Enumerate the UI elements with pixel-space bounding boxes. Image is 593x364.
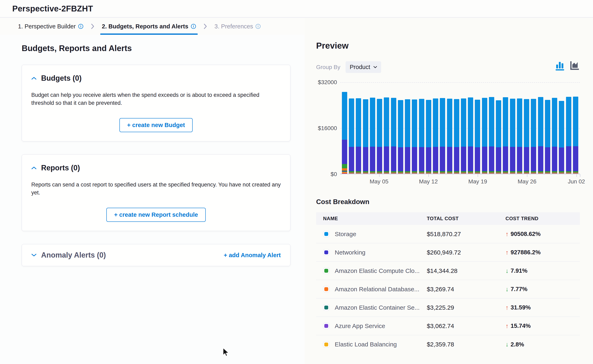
trend-percent: 15.74% (511, 323, 531, 329)
chart-bar[interactable] (559, 101, 564, 174)
bar-segment (363, 147, 368, 171)
budgets-reports-alerts-panel: Budgets, Reports and Alerts Budgets (0) … (0, 35, 305, 364)
bar-segment (447, 99, 452, 147)
trend-down-arrow-icon: ↓ (506, 341, 509, 348)
bar-segment (559, 148, 564, 171)
bar-segment (531, 99, 536, 147)
bar-segment (405, 99, 410, 147)
chart-bar[interactable] (342, 92, 347, 174)
chart-bar[interactable] (412, 99, 417, 174)
bar-segment (524, 99, 529, 147)
bar-segment (496, 173, 501, 174)
chart-bar[interactable] (440, 98, 445, 174)
bar-segment (349, 173, 354, 174)
chart-bar[interactable] (517, 98, 522, 174)
info-icon[interactable] (78, 24, 83, 29)
create-budget-button[interactable]: + create new Budget (120, 118, 193, 132)
bar-segment (517, 147, 522, 171)
chart-bar[interactable] (447, 99, 452, 174)
chart-bar[interactable] (363, 99, 368, 174)
bar-segment (384, 98, 389, 147)
chart-bar[interactable] (489, 97, 494, 174)
bar-segment (496, 100, 501, 147)
chart-bar[interactable] (391, 98, 396, 174)
chart-bar[interactable] (475, 100, 480, 174)
bar-chart-toggle-icon[interactable] (555, 60, 565, 71)
group-by-select[interactable]: Product (346, 61, 381, 73)
chart-bar[interactable] (573, 97, 578, 174)
chart-bar[interactable] (538, 97, 543, 174)
chart-bar[interactable] (349, 98, 354, 174)
bar-segment (545, 147, 550, 171)
chart-bar[interactable] (510, 99, 515, 174)
tab-preferences[interactable]: 3. Preferences (213, 18, 263, 35)
trend-percent: 2.8% (511, 341, 524, 348)
chart-bar[interactable] (426, 100, 431, 174)
chart-bar[interactable] (503, 97, 508, 174)
chart-bar[interactable] (552, 98, 557, 174)
name-cell: Elastic Load Balancing (323, 341, 427, 348)
table-row: Amazon Relational Database...$3,269.74↓7… (316, 280, 580, 299)
chart-bar[interactable] (461, 98, 466, 174)
chart-bar[interactable] (370, 98, 375, 174)
chart-bar[interactable] (419, 99, 424, 174)
bar-segment (342, 168, 347, 170)
chart-bar[interactable] (405, 99, 410, 174)
group-by-label: Group By (316, 64, 340, 71)
chart-bar[interactable] (482, 98, 487, 174)
total-cost-value: $14,344.28 (427, 267, 506, 274)
name-cell: Amazon Elastic Container Se... (323, 304, 427, 311)
bar-segment (370, 173, 375, 174)
expand-chevron-down-icon[interactable] (31, 254, 37, 257)
tab-budgets-reports-alerts[interactable]: 2. Budgets, Reports and Alerts (100, 18, 198, 35)
anomaly-alerts-title: Anomaly Alerts (0) (41, 251, 106, 260)
chart-bar[interactable] (566, 97, 571, 174)
collapse-chevron-up-icon[interactable] (31, 77, 37, 80)
chart-bar[interactable] (384, 98, 389, 174)
collapse-chevron-up-icon[interactable] (31, 166, 37, 169)
info-icon[interactable] (255, 24, 261, 29)
y-tick-label: $0 (331, 171, 337, 177)
create-report-schedule-button[interactable]: + create new Report schedule (106, 208, 206, 222)
total-cost-value: $260,949.72 (427, 249, 506, 256)
chart-bar[interactable] (356, 98, 361, 174)
trend-up-arrow-icon: ↑ (506, 249, 509, 256)
bar-segment (489, 173, 494, 174)
table-row: Networking$260,949.72↑927886.2% (316, 243, 580, 262)
reports-description: Reports can send a cost report to specif… (31, 181, 281, 197)
area-chart-toggle-icon[interactable] (569, 60, 579, 71)
bar-segment (524, 173, 529, 174)
chevron-down-icon (373, 65, 377, 69)
chart-bar[interactable] (433, 98, 438, 174)
chart-bar[interactable] (377, 99, 382, 174)
bar-segment (475, 147, 480, 171)
bar-segment (552, 147, 557, 171)
bar-segment (531, 147, 536, 171)
chart-bar[interactable] (398, 100, 403, 174)
tab-perspective-builder[interactable]: 1. Perspective Builder (16, 18, 85, 35)
cost-preview-chart: $32000 $16000 $0 May 05May 12May 19May 2… (316, 82, 580, 186)
chart-bar[interactable] (531, 99, 536, 174)
table-header-row: NAME TOTAL COST COST TREND (316, 212, 580, 225)
series-color-swatch (323, 286, 329, 292)
bar-segment (524, 147, 529, 171)
bar-segment (370, 147, 375, 171)
chart-bar[interactable] (468, 98, 473, 174)
series-color-swatch (323, 231, 329, 237)
bar-segment (398, 173, 403, 174)
bar-segment (482, 147, 487, 171)
chart-bar[interactable] (524, 99, 529, 174)
chart-bar[interactable] (496, 100, 501, 174)
info-icon[interactable] (191, 24, 196, 29)
add-anomaly-alert-link[interactable]: + add Anomaly Alert (224, 252, 281, 259)
bar-segment (349, 147, 354, 171)
chart-bar[interactable] (454, 99, 459, 174)
x-tick-label: May 19 (468, 178, 487, 185)
chart-bar[interactable] (545, 100, 550, 174)
series-color-swatch (323, 249, 329, 255)
bar-segment (461, 98, 466, 147)
preview-panel: Preview Group By Product (305, 18, 593, 364)
reports-card-title: Reports (0) (41, 164, 80, 172)
bar-segment (342, 92, 347, 140)
bar-segment (538, 146, 543, 171)
